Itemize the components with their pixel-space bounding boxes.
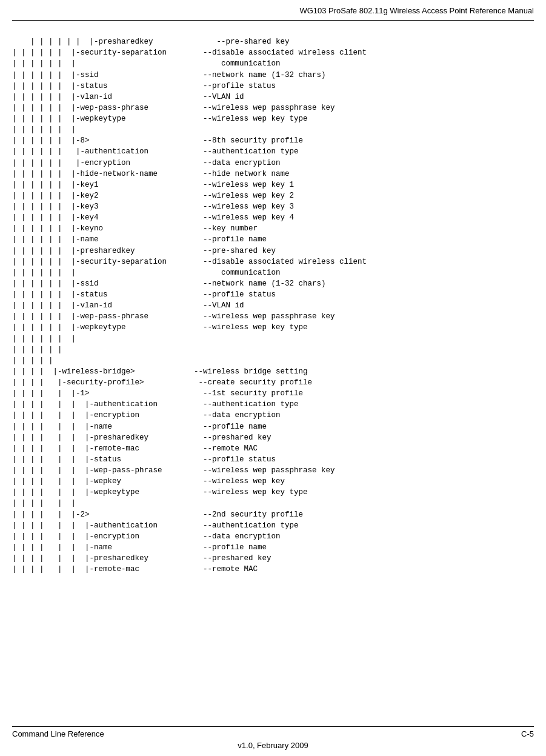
footer-row: Command Line Reference C-5 [12,729,534,738]
footer-left: Command Line Reference [12,729,104,738]
bottom-section: Command Line Reference C-5 v1.0, Februar… [0,726,546,756]
page-container: WG103 ProSafe 802.11g Wireless Access Po… [0,0,546,756]
content-text: | | | | | | |-presharedkey --pre-shared … [12,38,367,574]
footer-version: v1.0, February 2009 [12,741,534,750]
header-title: WG103 ProSafe 802.11g Wireless Access Po… [299,6,534,15]
footer-right: C-5 [521,729,534,738]
page-header: WG103 ProSafe 802.11g Wireless Access Po… [12,6,534,21]
footer-divider [12,726,534,727]
content-area: | | | | | | |-presharedkey --pre-shared … [12,25,534,586]
